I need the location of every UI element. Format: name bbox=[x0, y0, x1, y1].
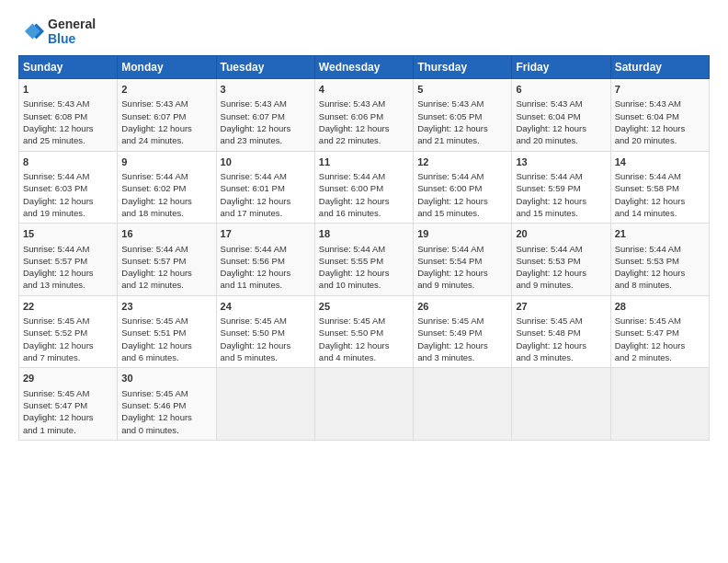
day-number: 13 bbox=[516, 155, 606, 169]
day-info: Sunrise: 5:45 AM Sunset: 5:51 PM Dayligh… bbox=[121, 315, 211, 363]
day-number: 23 bbox=[121, 300, 211, 314]
column-header-friday: Friday bbox=[512, 56, 610, 79]
day-number: 3 bbox=[221, 83, 311, 97]
day-info: Sunrise: 5:45 AM Sunset: 5:47 PM Dayligh… bbox=[615, 315, 705, 363]
day-info: Sunrise: 5:44 AM Sunset: 6:00 PM Dayligh… bbox=[319, 170, 409, 219]
page-container: General Blue SundayMondayTuesdayWednesda… bbox=[0, 0, 728, 450]
calendar-cell: 10Sunrise: 5:44 AM Sunset: 6:01 PM Dayli… bbox=[216, 151, 314, 224]
logo: General Blue bbox=[18, 17, 96, 46]
calendar-cell: 3Sunrise: 5:43 AM Sunset: 6:07 PM Daylig… bbox=[216, 79, 314, 152]
day-info: Sunrise: 5:45 AM Sunset: 5:50 PM Dayligh… bbox=[319, 315, 409, 363]
day-info: Sunrise: 5:43 AM Sunset: 6:05 PM Dayligh… bbox=[417, 98, 507, 146]
calendar-cell: 18Sunrise: 5:44 AM Sunset: 5:55 PM Dayli… bbox=[314, 224, 413, 296]
day-number: 2 bbox=[121, 83, 211, 97]
day-number: 30 bbox=[121, 372, 211, 385]
calendar-week-3: 15Sunrise: 5:44 AM Sunset: 5:57 PM Dayli… bbox=[19, 224, 710, 296]
day-number: 26 bbox=[417, 300, 507, 314]
day-info: Sunrise: 5:43 AM Sunset: 6:07 PM Dayligh… bbox=[221, 98, 311, 146]
day-number: 28 bbox=[615, 300, 705, 314]
calendar-cell bbox=[414, 368, 512, 441]
day-info: Sunrise: 5:44 AM Sunset: 5:54 PM Dayligh… bbox=[417, 243, 507, 292]
day-number: 15 bbox=[23, 227, 113, 241]
day-info: Sunrise: 5:45 AM Sunset: 5:52 PM Dayligh… bbox=[23, 315, 113, 363]
calendar-cell bbox=[512, 368, 610, 441]
day-info: Sunrise: 5:45 AM Sunset: 5:49 PM Dayligh… bbox=[417, 315, 507, 363]
calendar-cell: 1Sunrise: 5:43 AM Sunset: 6:08 PM Daylig… bbox=[19, 79, 118, 152]
calendar-cell bbox=[610, 368, 709, 441]
day-info: Sunrise: 5:43 AM Sunset: 6:06 PM Dayligh… bbox=[319, 98, 409, 146]
calendar-cell: 25Sunrise: 5:45 AM Sunset: 5:50 PM Dayli… bbox=[314, 295, 413, 368]
header-row: SundayMondayTuesdayWednesdayThursdayFrid… bbox=[19, 56, 710, 79]
day-number: 6 bbox=[516, 83, 606, 97]
calendar-cell: 24Sunrise: 5:45 AM Sunset: 5:50 PM Dayli… bbox=[216, 295, 314, 368]
day-info: Sunrise: 5:44 AM Sunset: 5:59 PM Dayligh… bbox=[516, 170, 606, 219]
day-number: 18 bbox=[319, 227, 409, 241]
calendar-cell: 11Sunrise: 5:44 AM Sunset: 6:00 PM Dayli… bbox=[314, 151, 413, 224]
column-header-saturday: Saturday bbox=[610, 56, 709, 79]
day-number: 4 bbox=[319, 83, 409, 97]
day-info: Sunrise: 5:43 AM Sunset: 6:04 PM Dayligh… bbox=[516, 98, 606, 146]
calendar-cell: 26Sunrise: 5:45 AM Sunset: 5:49 PM Dayli… bbox=[414, 295, 512, 368]
calendar-cell: 12Sunrise: 5:44 AM Sunset: 6:00 PM Dayli… bbox=[414, 151, 512, 224]
calendar-cell: 16Sunrise: 5:44 AM Sunset: 5:57 PM Dayli… bbox=[118, 224, 216, 296]
calendar-cell: 15Sunrise: 5:44 AM Sunset: 5:57 PM Dayli… bbox=[19, 224, 118, 296]
day-number: 20 bbox=[516, 227, 606, 241]
calendar-cell: 2Sunrise: 5:43 AM Sunset: 6:07 PM Daylig… bbox=[118, 79, 216, 152]
calendar-cell: 30Sunrise: 5:45 AM Sunset: 5:46 PM Dayli… bbox=[118, 368, 216, 441]
column-header-tuesday: Tuesday bbox=[216, 56, 314, 79]
day-info: Sunrise: 5:45 AM Sunset: 5:50 PM Dayligh… bbox=[221, 315, 311, 363]
day-info: Sunrise: 5:44 AM Sunset: 5:55 PM Dayligh… bbox=[319, 243, 409, 292]
calendar-cell: 8Sunrise: 5:44 AM Sunset: 6:03 PM Daylig… bbox=[19, 151, 118, 224]
day-info: Sunrise: 5:43 AM Sunset: 6:07 PM Dayligh… bbox=[121, 98, 211, 146]
day-info: Sunrise: 5:44 AM Sunset: 5:56 PM Dayligh… bbox=[221, 243, 311, 292]
calendar-cell: 19Sunrise: 5:44 AM Sunset: 5:54 PM Dayli… bbox=[414, 224, 512, 296]
calendar-week-2: 8Sunrise: 5:44 AM Sunset: 6:03 PM Daylig… bbox=[19, 151, 710, 224]
day-info: Sunrise: 5:44 AM Sunset: 5:57 PM Dayligh… bbox=[23, 243, 113, 292]
day-info: Sunrise: 5:44 AM Sunset: 5:57 PM Dayligh… bbox=[121, 243, 211, 292]
calendar-cell: 17Sunrise: 5:44 AM Sunset: 5:56 PM Dayli… bbox=[216, 224, 314, 296]
day-number: 12 bbox=[417, 155, 507, 169]
calendar-cell: 28Sunrise: 5:45 AM Sunset: 5:47 PM Dayli… bbox=[610, 295, 709, 368]
calendar-week-5: 29Sunrise: 5:45 AM Sunset: 5:47 PM Dayli… bbox=[19, 368, 710, 441]
day-info: Sunrise: 5:44 AM Sunset: 6:03 PM Dayligh… bbox=[23, 170, 113, 219]
day-number: 17 bbox=[221, 227, 311, 241]
column-header-sunday: Sunday bbox=[19, 56, 118, 79]
calendar-cell: 7Sunrise: 5:43 AM Sunset: 6:04 PM Daylig… bbox=[610, 79, 709, 152]
day-number: 19 bbox=[417, 227, 507, 241]
calendar-cell: 21Sunrise: 5:44 AM Sunset: 5:53 PM Dayli… bbox=[610, 224, 709, 296]
day-info: Sunrise: 5:45 AM Sunset: 5:47 PM Dayligh… bbox=[23, 387, 113, 436]
day-info: Sunrise: 5:45 AM Sunset: 5:48 PM Dayligh… bbox=[516, 315, 606, 363]
calendar-week-4: 22Sunrise: 5:45 AM Sunset: 5:52 PM Dayli… bbox=[19, 295, 710, 368]
day-info: Sunrise: 5:44 AM Sunset: 6:00 PM Dayligh… bbox=[417, 170, 507, 219]
calendar-week-1: 1Sunrise: 5:43 AM Sunset: 6:08 PM Daylig… bbox=[19, 79, 710, 152]
calendar-cell: 27Sunrise: 5:45 AM Sunset: 5:48 PM Dayli… bbox=[512, 295, 610, 368]
column-header-thursday: Thursday bbox=[414, 56, 512, 79]
day-info: Sunrise: 5:44 AM Sunset: 6:02 PM Dayligh… bbox=[121, 170, 211, 219]
calendar-cell: 13Sunrise: 5:44 AM Sunset: 5:59 PM Dayli… bbox=[512, 151, 610, 224]
day-number: 5 bbox=[417, 83, 507, 97]
calendar-cell bbox=[314, 368, 413, 441]
day-info: Sunrise: 5:43 AM Sunset: 6:04 PM Dayligh… bbox=[615, 98, 705, 146]
calendar-table: SundayMondayTuesdayWednesdayThursdayFrid… bbox=[18, 55, 710, 441]
day-number: 22 bbox=[23, 300, 113, 314]
calendar-cell: 5Sunrise: 5:43 AM Sunset: 6:05 PM Daylig… bbox=[414, 79, 512, 152]
calendar-cell bbox=[216, 368, 314, 441]
day-number: 1 bbox=[23, 83, 113, 97]
day-number: 9 bbox=[121, 155, 211, 169]
header: General Blue bbox=[18, 17, 710, 46]
calendar-cell: 9Sunrise: 5:44 AM Sunset: 6:02 PM Daylig… bbox=[118, 151, 216, 224]
day-number: 16 bbox=[121, 227, 211, 241]
calendar-cell: 29Sunrise: 5:45 AM Sunset: 5:47 PM Dayli… bbox=[19, 368, 118, 441]
day-info: Sunrise: 5:43 AM Sunset: 6:08 PM Dayligh… bbox=[23, 98, 113, 146]
column-header-wednesday: Wednesday bbox=[314, 56, 413, 79]
day-info: Sunrise: 5:44 AM Sunset: 6:01 PM Dayligh… bbox=[221, 170, 311, 219]
calendar-cell: 20Sunrise: 5:44 AM Sunset: 5:53 PM Dayli… bbox=[512, 224, 610, 296]
day-number: 11 bbox=[319, 155, 409, 169]
calendar-cell: 6Sunrise: 5:43 AM Sunset: 6:04 PM Daylig… bbox=[512, 79, 610, 152]
day-number: 7 bbox=[615, 83, 705, 97]
calendar-cell: 14Sunrise: 5:44 AM Sunset: 5:58 PM Dayli… bbox=[610, 151, 709, 224]
day-info: Sunrise: 5:45 AM Sunset: 5:46 PM Dayligh… bbox=[121, 387, 211, 436]
day-number: 25 bbox=[319, 300, 409, 314]
day-number: 8 bbox=[23, 155, 113, 169]
day-number: 21 bbox=[615, 227, 705, 241]
